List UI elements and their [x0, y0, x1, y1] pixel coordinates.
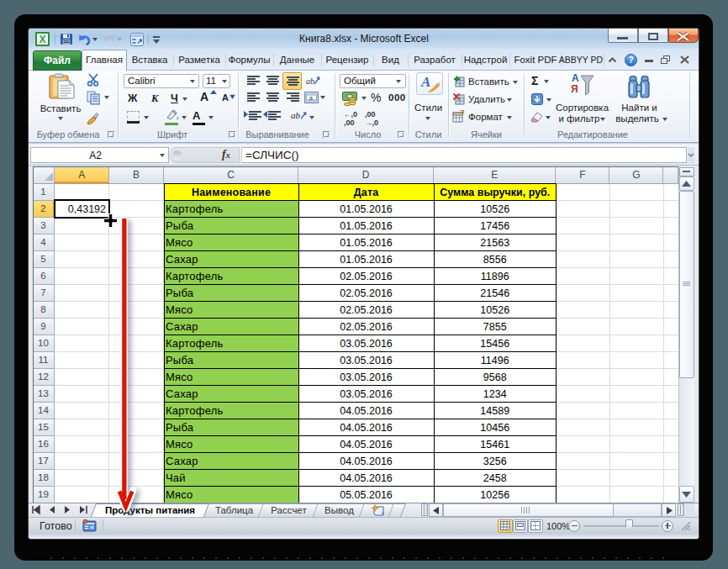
svg-text:a: a	[309, 95, 313, 101]
svg-text:ab: ab	[306, 76, 314, 86]
svg-text:ab: ab	[291, 110, 301, 120]
